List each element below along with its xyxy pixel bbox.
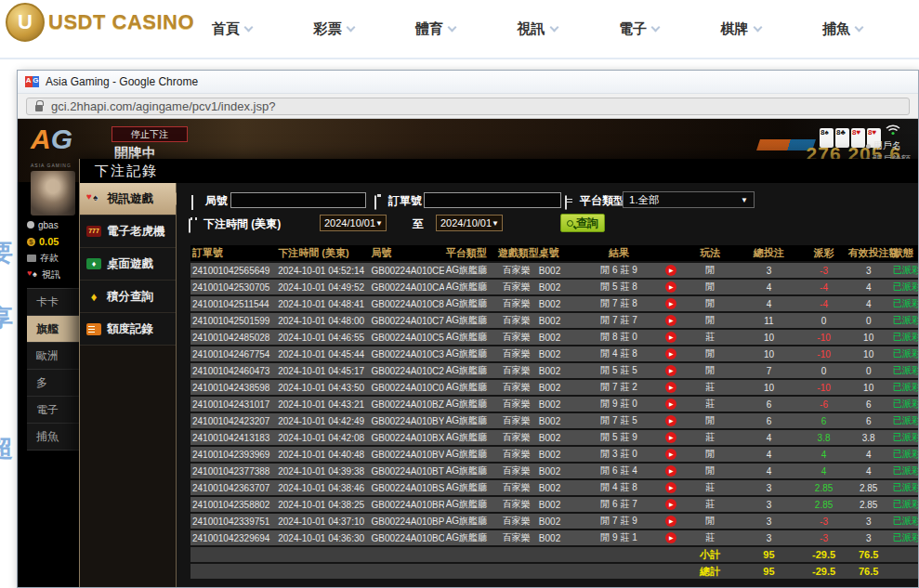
table-row: 2410010424131832024-10-01 04:42:08GB0022… — [190, 430, 918, 445]
url-text: gci.2hhapi.com/agingame/pcv1/index.jsp? — [51, 99, 275, 113]
sidebar-item[interactable]: 視訊遊戲 — [80, 183, 176, 216]
cell-total_bet: 3 — [736, 514, 801, 529]
nav-item[interactable]: 棋牌 — [721, 20, 761, 38]
cards-icon — [27, 270, 38, 280]
cell-game: 百家樂 — [496, 346, 537, 361]
cell-table_no: B002 — [537, 413, 580, 428]
date-caret-icon: ▼ — [492, 219, 499, 228]
money-icon: $ — [27, 238, 35, 246]
play-replay-button[interactable]: ▶ — [665, 482, 676, 493]
avatar — [31, 171, 75, 216]
nav-item[interactable]: 體育 — [415, 20, 455, 38]
date-to-picker[interactable]: 2024/10/01 ▼ — [436, 215, 503, 231]
cell-valid_bet: 3 — [847, 263, 891, 278]
main-nav: 首頁 彩票 體育 視訊 電子 棋牌 捕魚 — [212, 0, 862, 58]
cell-round: GB00224A010C2 — [369, 363, 443, 378]
cell-game: 百家樂 — [496, 464, 537, 478]
summary-cell-payout: -29.5 — [802, 547, 847, 562]
date-from-picker[interactable]: 2024/10/01 ▼ — [320, 215, 387, 231]
page-background-deco: 要享超 — [0, 130, 17, 557]
search-button[interactable]: 查詢 — [560, 214, 605, 232]
play-replay-button[interactable]: ▶ — [665, 399, 676, 410]
col-header: 有效投注額 — [847, 245, 891, 261]
cell-game: 百家樂 — [496, 430, 537, 445]
col-header — [658, 245, 684, 261]
chevron-down-icon — [346, 22, 355, 32]
cell-valid_bet: 3 — [847, 530, 891, 545]
round-input[interactable] — [230, 192, 366, 208]
wifi-icon — [885, 123, 901, 136]
summary-cell-table_no — [537, 547, 580, 562]
table-row: 2410010424604732024-10-01 04:45:17GB0022… — [190, 363, 918, 378]
cell-play: ▶ — [658, 497, 684, 512]
grand-total-row: 總計95-29.576.5 — [190, 564, 918, 579]
cell-round: GB00224A010BT — [369, 464, 443, 478]
cell-play: ▶ — [658, 530, 684, 545]
cell-time: 2024-10-01 04:49:52 — [276, 280, 369, 294]
cell-side: 閒 — [684, 464, 736, 478]
nav-item[interactable]: 首頁 — [212, 20, 252, 38]
cell-valid_bet: 6 — [847, 413, 891, 428]
window-title-bar[interactable]: AG Asia Gaming - Google Chrome — [18, 71, 918, 94]
address-field[interactable]: gci.2hhapi.com/agingame/pcv1/index.jsp? — [26, 98, 910, 115]
play-replay-button[interactable]: ▶ — [665, 415, 676, 426]
cell-table_no: B002 — [537, 430, 580, 445]
play-replay-button[interactable]: ▶ — [665, 298, 676, 309]
cell-payout: 0 — [802, 363, 847, 378]
cell-order: 241001042413183 — [190, 430, 276, 445]
sidebar-item[interactable]: 額度記錄 — [80, 313, 176, 346]
cell-play: ▶ — [658, 480, 684, 495]
nav-item[interactable]: 彩票 — [314, 20, 354, 38]
cell-time: 2024-10-01 04:42:49 — [276, 413, 369, 428]
play-replay-button[interactable]: ▶ — [665, 315, 676, 326]
nav-item[interactable]: 視訊 — [518, 20, 558, 38]
table-games-icon: ♦ — [86, 258, 101, 269]
cell-time: 2024-10-01 04:48:41 — [276, 296, 369, 311]
cell-status: 已派彩 — [891, 447, 918, 462]
stop-betting-badge: 停止下注 — [112, 126, 188, 142]
play-replay-button[interactable]: ▶ — [665, 365, 676, 376]
cell-table_no: B002 — [537, 280, 580, 294]
order-input[interactable] — [424, 192, 561, 208]
play-replay-button[interactable]: ▶ — [665, 265, 676, 276]
sidebar-item[interactable]: ♦ 桌面遊戲 — [80, 248, 176, 281]
nav-item[interactable]: 捕魚 — [822, 20, 862, 38]
deco-char: 超 — [0, 432, 13, 464]
chevron-down-icon — [651, 22, 661, 32]
table-row: 2410010423773882024-10-01 04:39:38GB0022… — [190, 464, 918, 478]
play-replay-button[interactable]: ▶ — [665, 532, 676, 543]
cell-time: 2024-10-01 04:38:46 — [276, 480, 369, 495]
play-replay-button[interactable]: ▶ — [665, 465, 676, 477]
cell-play: ▶ — [658, 330, 684, 345]
platform-select[interactable]: 1.全部 ▼ — [623, 191, 755, 208]
cell-table_no: B002 — [537, 346, 580, 361]
cell-round: GB00224A010BR — [369, 497, 443, 512]
play-replay-button[interactable]: ▶ — [665, 332, 676, 343]
cell-round: GB00224A010CA — [369, 280, 443, 294]
nav-item[interactable]: 電子 — [619, 20, 659, 38]
deco-char: 要 — [0, 237, 13, 269]
sidebar-item[interactable]: ♦ 積分查詢 — [80, 281, 176, 313]
cell-round: GB00224A010BZ — [369, 397, 443, 412]
cell-result: 閒 5 莊 8 — [580, 280, 658, 294]
play-replay-button[interactable]: ▶ — [665, 516, 676, 527]
sidebar-item[interactable]: 777 電子老虎機 — [80, 216, 176, 248]
play-replay-button[interactable]: ▶ — [665, 449, 676, 460]
play-replay-button[interactable]: ▶ — [665, 348, 676, 359]
cell-table_no: B002 — [537, 263, 580, 278]
cell-result: 閒 4 莊 8 — [580, 346, 658, 361]
play-replay-button[interactable]: ▶ — [665, 281, 676, 293]
nav-item-label: 首頁 — [212, 20, 240, 38]
play-replay-button[interactable]: ▶ — [665, 432, 676, 443]
search-icon — [567, 220, 573, 227]
video-label: 視訊 — [42, 268, 60, 281]
summary-cell-round — [369, 547, 443, 562]
site-logo[interactable]: U USDT CASINO — [6, 3, 194, 42]
play-replay-button[interactable]: ▶ — [665, 499, 676, 510]
play-replay-button[interactable]: ▶ — [665, 382, 676, 393]
sidebar-item-label: 積分查詢 — [107, 289, 153, 305]
nav-item-label: 體育 — [415, 20, 443, 38]
cell-side: 莊 — [684, 497, 736, 512]
chrome-content: AG ASIA GAMING 停止下注 開牌中 8♠8♣8♥8♥ 276 205… — [18, 119, 918, 587]
cell-round: GB00224A010CE — [369, 263, 443, 278]
